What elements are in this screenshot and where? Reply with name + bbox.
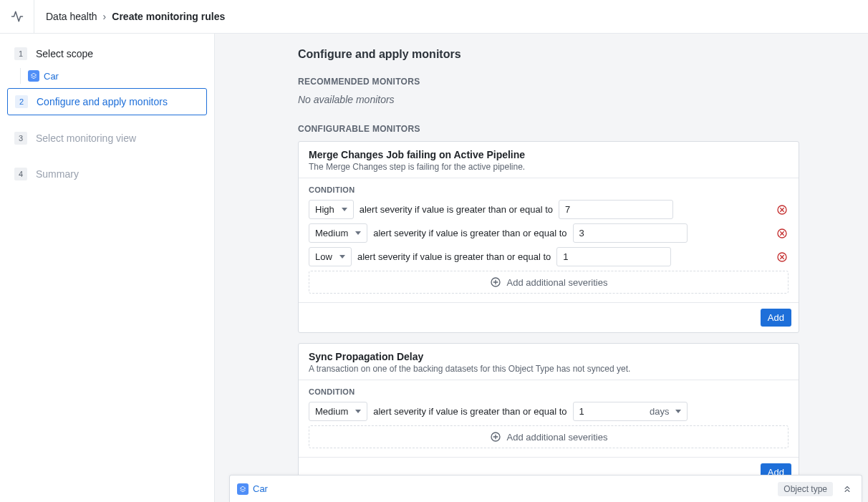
step-label: Select scope [36,48,93,59]
condition-text: alert severity if value is greater than … [373,406,566,417]
chevron-down-icon [342,208,347,211]
recommended-section-label: RECOMMENDED MONITORS [298,77,799,87]
step-number: 2 [15,95,28,108]
chevron-down-icon [355,410,361,413]
add-severities-button[interactable]: Add additional severities [309,425,789,448]
condition-row: Low alert severity if value is greater t… [309,247,789,266]
selection-summary-panel: Car Object type [229,475,862,502]
condition-label: CONDITION [309,387,789,396]
breadcrumb-root[interactable]: Data health [46,11,97,22]
monitor-title: Sync Propagation Delay [309,351,789,362]
breadcrumb-current: Create monitoring rules [112,11,225,22]
monitor-card: Merge Changes Job failing on Active Pipe… [298,141,799,333]
threshold-value: 1 [563,251,568,262]
step-select-view[interactable]: 3 Select monitoring view [7,125,207,151]
step-label: Configure and apply monitors [37,96,168,107]
breadcrumb: Data health › Create monitoring rules [34,11,225,22]
threshold-input[interactable]: 1 days [573,402,688,421]
threshold-input[interactable]: 1 [556,247,671,266]
remove-condition-button[interactable] [776,227,789,240]
no-available-text: No available monitors [298,94,799,105]
remove-condition-button[interactable] [776,203,789,216]
step-configure-monitors[interactable]: 2 Configure and apply monitors [7,88,207,115]
condition-row: Medium alert severity if value is greate… [309,223,789,243]
chevron-down-icon [675,410,681,413]
chevron-down-icon [355,231,361,235]
step-label: Select monitoring view [36,132,136,144]
severity-select[interactable]: Medium [309,223,367,243]
threshold-value: 3 [579,228,584,238]
add-severities-label: Add additional severities [507,277,608,288]
condition-text: alert severity if value is greater than … [373,228,566,238]
step-number: 4 [14,168,27,180]
step-number: 3 [14,132,27,145]
unit-select[interactable]: days [650,406,680,417]
expand-panel-button[interactable] [840,482,854,496]
step-select-scope[interactable]: 1 Select scope [7,41,207,67]
monitor-description: The Merge Changes step is failing for th… [309,162,789,172]
step-summary[interactable]: 4 Summary [7,161,207,187]
scope-item-label: Car [44,71,59,82]
severity-select[interactable]: High [309,200,354,219]
condition-text: alert severity if value is greater than … [360,204,553,215]
monitor-card: Sync Propagation Delay A transaction on … [298,343,799,488]
scope-item[interactable]: Car [26,68,207,84]
severity-value: High [315,204,334,215]
severity-value: Low [315,251,332,262]
configurable-section-label: CONFIGURABLE MONITORS [298,124,799,134]
monitor-description: A transaction on one of the backing data… [309,364,789,374]
threshold-value: 1 [579,406,584,417]
severity-value: Medium [315,406,348,417]
severity-select[interactable]: Medium [309,402,367,421]
page-title: Configure and apply monitors [298,48,799,61]
condition-row: High alert severity if value is greater … [309,200,789,219]
severity-value: Medium [315,228,348,238]
threshold-value: 7 [565,204,570,215]
add-severities-label: Add additional severities [507,432,608,443]
add-severities-button[interactable]: Add additional severities [309,271,789,294]
chevron-down-icon [339,255,345,259]
main-content: Configure and apply monitors RECOMMENDED… [215,34,868,502]
unit-value: days [650,406,669,417]
app-header: Data health › Create monitoring rules [0,0,868,34]
wizard-stepper: 1 Select scope Car 2 Configure and apply… [0,34,215,502]
step-number: 1 [14,47,27,60]
remove-condition-button[interactable] [776,251,789,264]
threshold-input[interactable]: 7 [559,200,673,219]
object-type-icon [28,70,39,82]
condition-label: CONDITION [309,185,789,194]
severity-select[interactable]: Low [309,247,352,266]
condition-row: Medium alert severity if value is greate… [309,402,789,421]
object-type-icon [237,483,249,495]
chevron-right-icon: › [103,11,107,22]
add-monitor-button[interactable]: Add [761,309,791,327]
condition-text: alert severity if value is greater than … [357,251,551,262]
threshold-input[interactable]: 3 [573,223,688,243]
monitor-title: Merge Changes Job failing on Active Pipe… [309,149,789,160]
app-icon [0,0,34,33]
selection-item-label[interactable]: Car [253,483,268,494]
step-label: Summary [36,168,79,180]
selection-type-badge: Object type [778,482,833,496]
